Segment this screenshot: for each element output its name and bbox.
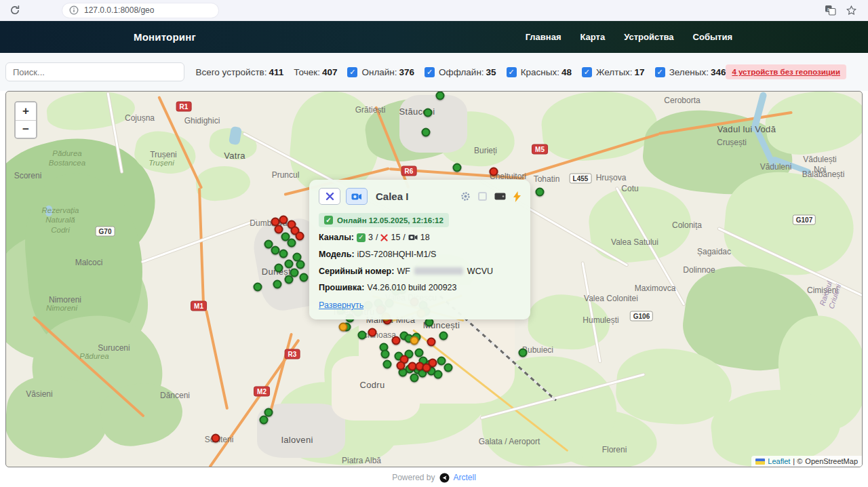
device-marker[interactable] [358, 331, 367, 340]
device-marker[interactable] [296, 232, 304, 241]
device-marker[interactable] [422, 364, 431, 372]
road [198, 188, 205, 310]
terrain [45, 91, 136, 133]
map-label: Maximovca [635, 284, 676, 294]
stat-value: 376 [399, 67, 415, 77]
device-marker[interactable] [410, 374, 419, 383]
device-marker[interactable] [275, 264, 283, 273]
device-marker[interactable] [368, 328, 377, 337]
device-marker[interactable] [424, 109, 433, 117]
map-label: Galata / Aeroport [479, 437, 540, 447]
device-marker[interactable] [383, 360, 392, 369]
power-bolt-icon[interactable] [513, 191, 521, 202]
device-marker[interactable] [260, 416, 269, 425]
device-marker[interactable] [427, 338, 436, 347]
stat-item: ✓Онлайн:376 [347, 67, 414, 77]
device-marker[interactable] [285, 275, 294, 284]
device-marker[interactable] [279, 216, 288, 225]
channels-line: Каналы: ✓ 3 / 15 / 18 [319, 231, 521, 244]
nav-link[interactable]: Главная [526, 32, 561, 42]
device-marker[interactable] [296, 260, 305, 269]
map-canvas[interactable]: + − Calea I [5, 91, 863, 467]
device-marker[interactable] [422, 128, 431, 137]
device-marker[interactable] [392, 336, 401, 345]
device-marker[interactable] [212, 434, 220, 443]
channels-separator-2: / [403, 231, 405, 244]
device-marker[interactable] [300, 273, 309, 282]
stat-value: 48 [561, 67, 572, 77]
popup-close-button[interactable] [319, 188, 340, 205]
device-marker[interactable] [275, 225, 283, 234]
channels-ok-icon: ✓ [357, 233, 366, 242]
stat-item: ✓Оффлайн:35 [425, 67, 496, 77]
road-shield: R6 [401, 166, 417, 176]
arctell-link[interactable]: Arctell [454, 473, 476, 482]
stat-value: 35 [486, 67, 496, 77]
osm-link[interactable]: OpenStreetMap [805, 457, 858, 465]
device-marker[interactable] [519, 349, 528, 357]
device-marker[interactable] [339, 323, 348, 332]
road-shield: M5 [532, 144, 548, 155]
stat-checkbox[interactable]: ✓ [582, 67, 592, 77]
device-marker[interactable] [434, 370, 443, 379]
gear-icon[interactable] [460, 191, 471, 201]
attribution-separator: | © [793, 457, 802, 465]
serial-suffix: WCVU [467, 265, 493, 278]
device-marker[interactable] [279, 250, 288, 258]
map-zoom-control: + − [14, 101, 37, 139]
map-label: Vatra [224, 151, 245, 161]
popup-camera-button[interactable] [346, 188, 368, 205]
map-label: Valea Colonitei [584, 294, 638, 304]
zoom-in-button[interactable]: + [16, 102, 36, 120]
stat-checkbox[interactable]: ✓ [425, 67, 435, 77]
map-label: Crușești [717, 138, 747, 148]
map-label: Malcoci [75, 258, 103, 268]
device-marker[interactable] [254, 283, 262, 292]
road-shield: M1 [191, 301, 207, 311]
nav-link[interactable]: События [693, 32, 732, 42]
url-bar[interactable]: 127.0.0.1:8008/geo [62, 3, 218, 18]
stat-checkbox[interactable]: ✓ [347, 67, 357, 77]
camera-count-icon [408, 234, 418, 241]
device-marker[interactable] [439, 332, 448, 340]
hdd-icon[interactable] [494, 193, 506, 200]
stat-value: 411 [269, 67, 284, 77]
stat-label: Желтых: [596, 67, 633, 77]
translate-icon[interactable]: a [825, 5, 836, 16]
no-geo-link[interactable]: 4 устройств без геопозиции [726, 64, 846, 79]
map-label: Pruncul [272, 170, 300, 180]
bookmark-star-icon[interactable] [846, 5, 857, 16]
search-input[interactable] [5, 62, 184, 81]
leaflet-link[interactable]: Leaflet [768, 457, 790, 465]
stat-checkbox[interactable]: ✓ [507, 67, 517, 77]
device-marker[interactable] [273, 280, 282, 289]
device-title: Calea I [376, 191, 408, 202]
site-info-icon[interactable] [69, 5, 79, 15]
stat-checkbox[interactable]: ✓ [655, 67, 665, 77]
device-marker[interactable] [397, 362, 406, 370]
ukraine-flag-icon [755, 459, 765, 465]
nav-link[interactable]: Устройства [624, 32, 673, 42]
device-marker[interactable] [453, 163, 462, 172]
reload-icon[interactable] [9, 5, 20, 16]
sd-card-icon[interactable] [478, 192, 487, 201]
channels-separator: / [376, 231, 378, 244]
expand-link[interactable]: Развернуть [319, 300, 363, 310]
nav-link[interactable]: Карта [580, 32, 606, 42]
map-label: Dolinnoe [683, 265, 715, 275]
url-text[interactable]: 127.0.0.1:8008/geo [84, 5, 154, 15]
device-marker[interactable] [436, 92, 445, 100]
device-marker[interactable] [285, 260, 294, 269]
zoom-out-button[interactable]: − [16, 120, 36, 138]
device-marker[interactable] [288, 239, 296, 248]
app-navbar: Мониторинг ГлавнаяКартаУстройстваСобытия [0, 21, 868, 53]
device-marker[interactable] [490, 168, 498, 176]
device-marker[interactable] [381, 350, 390, 359]
terrain [195, 163, 252, 203]
map-label: Floreni [602, 445, 627, 455]
device-marker[interactable] [410, 336, 419, 345]
serial-label: Серийный номер: [319, 265, 394, 278]
device-marker[interactable] [444, 364, 453, 372]
device-marker[interactable] [536, 188, 545, 197]
map-label: Grătiești [355, 105, 386, 115]
